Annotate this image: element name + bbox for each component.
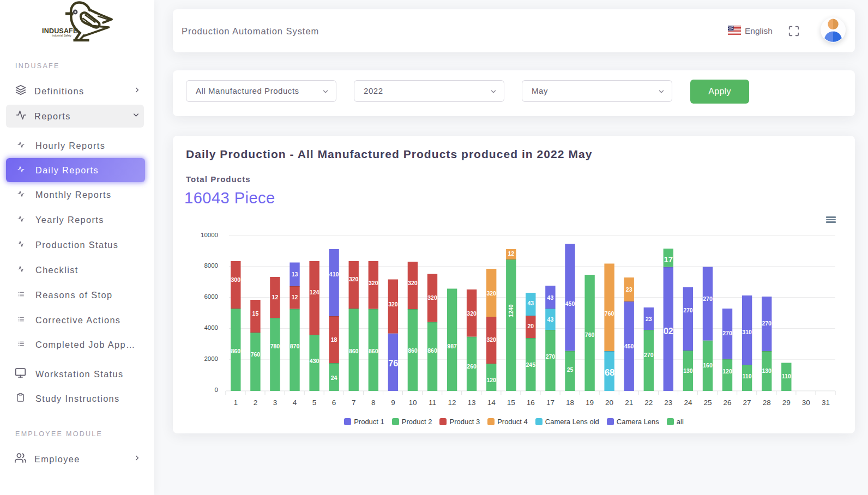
- svg-text:780: 780: [270, 343, 280, 349]
- svg-text:110: 110: [743, 373, 752, 379]
- svg-text:6000: 6000: [204, 293, 218, 300]
- svg-text:860: 860: [231, 348, 241, 354]
- svg-text:270: 270: [703, 295, 713, 302]
- svg-text:22: 22: [644, 399, 653, 407]
- svg-text:31: 31: [822, 399, 830, 407]
- svg-text:870: 870: [290, 343, 300, 349]
- svg-text:30: 30: [802, 399, 810, 407]
- svg-text:245: 245: [526, 361, 536, 368]
- svg-text:17: 17: [664, 255, 673, 264]
- svg-text:4000: 4000: [204, 324, 218, 331]
- svg-text:120: 120: [722, 368, 732, 375]
- svg-text:300: 300: [231, 276, 241, 283]
- svg-text:760: 760: [605, 310, 614, 317]
- svg-text:17: 17: [546, 399, 554, 407]
- svg-text:270: 270: [762, 320, 771, 327]
- svg-text:124: 124: [310, 289, 320, 295]
- svg-text:410: 410: [329, 271, 339, 277]
- svg-text:8000: 8000: [204, 262, 218, 269]
- svg-text:24: 24: [684, 399, 692, 407]
- svg-text:12: 12: [292, 294, 298, 300]
- svg-text:320: 320: [388, 301, 398, 307]
- svg-text:130: 130: [762, 367, 771, 374]
- svg-text:10000: 10000: [201, 232, 218, 238]
- svg-text:860: 860: [369, 348, 378, 354]
- svg-text:19: 19: [586, 399, 594, 407]
- svg-text:18: 18: [331, 336, 337, 343]
- svg-text:320: 320: [427, 294, 437, 301]
- svg-text:12: 12: [272, 294, 279, 300]
- svg-text:21: 21: [625, 399, 633, 407]
- svg-text:12: 12: [448, 399, 456, 407]
- svg-text:685: 685: [605, 367, 620, 377]
- svg-text:27: 27: [743, 399, 751, 407]
- svg-text:2000: 2000: [204, 355, 218, 362]
- svg-text:15: 15: [507, 399, 515, 407]
- svg-text:860: 860: [408, 347, 418, 354]
- svg-text:11: 11: [429, 399, 436, 407]
- svg-text:25: 25: [567, 366, 574, 373]
- svg-text:320: 320: [486, 336, 496, 343]
- svg-text:160: 160: [703, 362, 713, 369]
- svg-text:1240: 1240: [508, 304, 514, 317]
- svg-text:760: 760: [585, 331, 595, 338]
- svg-text:860: 860: [349, 348, 359, 354]
- svg-text:110: 110: [782, 373, 791, 379]
- svg-text:0: 0: [215, 387, 218, 393]
- svg-text:20: 20: [527, 323, 534, 329]
- svg-text:14: 14: [487, 399, 496, 407]
- svg-text:120: 120: [486, 377, 496, 383]
- svg-text:320: 320: [349, 276, 359, 282]
- svg-text:20: 20: [605, 399, 613, 407]
- svg-text:25: 25: [703, 399, 712, 407]
- svg-text:13: 13: [292, 271, 298, 277]
- svg-text:270: 270: [546, 353, 556, 360]
- svg-text:15: 15: [252, 310, 259, 317]
- svg-text:28: 28: [763, 399, 771, 407]
- svg-text:1: 1: [234, 399, 238, 407]
- svg-text:26: 26: [723, 399, 731, 407]
- svg-text:43: 43: [527, 300, 534, 306]
- svg-text:430: 430: [310, 358, 320, 364]
- svg-text:43: 43: [547, 294, 554, 301]
- svg-text:860: 860: [427, 347, 437, 354]
- svg-text:270: 270: [683, 307, 693, 313]
- svg-text:4: 4: [293, 399, 297, 407]
- svg-text:310: 310: [742, 329, 752, 335]
- svg-text:270: 270: [644, 352, 654, 358]
- svg-text:8: 8: [371, 399, 376, 407]
- svg-text:450: 450: [565, 300, 575, 307]
- svg-text:9: 9: [391, 399, 395, 407]
- svg-text:130: 130: [683, 367, 693, 374]
- svg-text:18: 18: [566, 399, 574, 407]
- svg-text:29: 29: [782, 399, 791, 407]
- svg-text:43: 43: [547, 316, 554, 323]
- svg-text:270: 270: [722, 330, 732, 336]
- svg-text:260: 260: [467, 363, 477, 370]
- svg-text:3: 3: [273, 399, 278, 407]
- svg-text:23: 23: [626, 286, 632, 293]
- svg-text:24: 24: [331, 375, 337, 381]
- svg-text:23: 23: [664, 399, 672, 407]
- svg-text:23: 23: [646, 316, 652, 322]
- svg-text:320: 320: [369, 280, 378, 286]
- svg-text:320: 320: [408, 280, 418, 286]
- svg-text:5: 5: [312, 399, 317, 407]
- svg-text:320: 320: [467, 310, 477, 317]
- svg-text:6: 6: [332, 399, 336, 407]
- svg-text:450: 450: [624, 343, 634, 349]
- svg-text:7: 7: [352, 399, 356, 407]
- svg-text:16: 16: [527, 399, 535, 407]
- svg-text:4025: 4025: [659, 327, 678, 336]
- svg-text:760: 760: [251, 351, 261, 358]
- svg-text:2: 2: [254, 399, 258, 407]
- svg-text:13: 13: [468, 399, 476, 407]
- svg-text:320: 320: [486, 290, 496, 297]
- svg-text:12: 12: [508, 250, 514, 257]
- svg-text:987: 987: [447, 343, 457, 349]
- svg-text:10: 10: [408, 399, 417, 407]
